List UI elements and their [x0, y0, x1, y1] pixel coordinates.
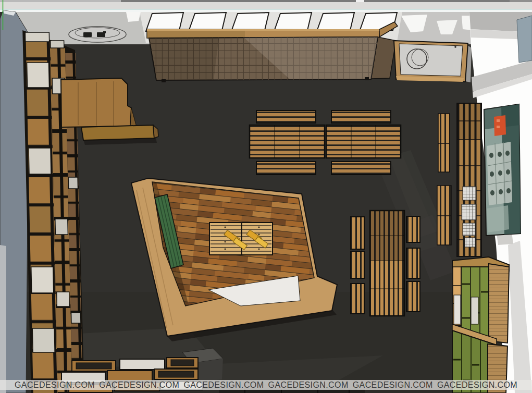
watermark-bar: GACEDESIGN.COM GACEDESIGN.COM GACEDESIGN… [0, 380, 532, 390]
ceiling-speaker-panel [69, 27, 126, 42]
interior-render [0, 0, 532, 393]
green-shelving-unit [452, 257, 509, 393]
reading-area-right [351, 211, 420, 316]
bench [331, 110, 391, 123]
table [326, 125, 401, 158]
poster-logo [494, 115, 506, 136]
slat-wall-panel [147, 22, 398, 82]
watermark-text: GACEDESIGN.COM [268, 380, 349, 390]
slat-bench [437, 186, 451, 245]
wall-poster [484, 104, 521, 236]
watermark-text: GACEDESIGN.COM [437, 380, 517, 390]
bench [256, 110, 316, 123]
watermark-text: GACEDESIGN.COM [99, 380, 179, 390]
speaker-icon [83, 32, 92, 37]
slat-bench [438, 114, 450, 172]
wall-cabinet-unit [394, 41, 472, 82]
table [250, 125, 325, 158]
render-viewport: GACEDESIGN.COM GACEDESIGN.COM GACEDESIGN… [0, 0, 532, 393]
watermark-text: GACEDESIGN.COM [183, 380, 264, 390]
bench [256, 162, 316, 175]
watermark-text: GACEDESIGN.COM [15, 380, 95, 390]
platform-display-table [209, 223, 273, 255]
watermark-text: GACEDESIGN.COM [353, 380, 433, 390]
bench [331, 162, 391, 175]
